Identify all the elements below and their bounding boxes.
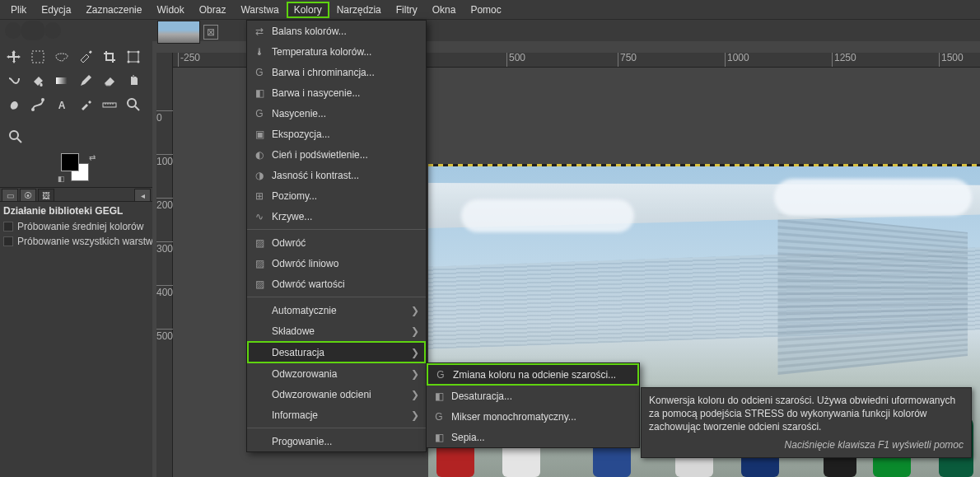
- tooltip-text: Konwersja koloru do odcieni szarości. Uż…: [649, 394, 964, 434]
- menu-item-label: Odwzorowanie odcieni: [272, 389, 371, 400]
- ruler-tick: 500: [156, 329, 173, 342]
- menu-widok[interactable]: Widok: [149, 2, 191, 18]
- menu-item-label: Automatycznie: [272, 305, 337, 316]
- menu-informacje[interactable]: Informacje❯: [247, 405, 426, 425]
- tool-zoom-2[interactable]: [3, 124, 27, 148]
- menu-barwa-nasycenie[interactable]: ◧Barwa i nasycenie...: [247, 82, 426, 103]
- menu-plik[interactable]: Plik: [3, 2, 34, 18]
- chevron-right-icon: ❯: [411, 325, 419, 337]
- menu-cien-podswietlenie[interactable]: ◐Cień i podświetlenie...: [247, 144, 426, 165]
- default-colors-icon[interactable]: ◧: [58, 175, 65, 183]
- menu-odwroc-wartosci[interactable]: ▨Odwróć wartości: [247, 274, 426, 294]
- swap-colors-icon[interactable]: ⇄: [89, 153, 96, 162]
- tool-rect-select[interactable]: [26, 44, 49, 68]
- menu-odwroc-liniowo[interactable]: ▨Odwróć liniowo: [247, 253, 426, 274]
- tool-clone[interactable]: [121, 68, 145, 92]
- tool-transform[interactable]: [121, 44, 145, 68]
- menu-barwa-chrominancja[interactable]: GBarwa i chrominancja...: [247, 62, 426, 82]
- menu-warstwa[interactable]: Warstwa: [233, 2, 286, 18]
- tool-warp[interactable]: [2, 68, 26, 92]
- shadow-icon: ◐: [253, 149, 266, 161]
- wilber-logo-row: [0, 20, 980, 41]
- menu-skladowe[interactable]: Składowe❯: [247, 320, 426, 341]
- menu-item-label: Barwa i nasycenie...: [272, 87, 360, 99]
- tool-crop[interactable]: [97, 44, 121, 68]
- menu-odwroc[interactable]: ▨Odwróć: [247, 232, 426, 253]
- fg-color[interactable]: [61, 153, 79, 171]
- submenu-mikser[interactable]: GMikser monochromatyczny...: [427, 406, 639, 427]
- tool-move[interactable]: [2, 44, 26, 68]
- menu-progowanie[interactable]: Progowanie...: [247, 431, 426, 451]
- dock-tab-image-icon[interactable]: 🖼: [38, 189, 54, 202]
- tool-pencil[interactable]: [73, 68, 97, 92]
- tool-bucket[interactable]: [26, 68, 49, 92]
- menu-odwzorowania[interactable]: Odwzorowania❯: [247, 363, 426, 384]
- menu-ekspozycja[interactable]: ▣Ekspozycja...: [247, 124, 426, 144]
- menu-nasycenie[interactable]: GNasycenie...: [247, 103, 426, 124]
- dock-tab-menu-icon[interactable]: ◂: [134, 189, 151, 202]
- menu-item-label: Poziomy...: [272, 190, 317, 202]
- checkbox-icon[interactable]: [3, 222, 13, 231]
- menu-jasnosc-kontrast[interactable]: ◑Jasność i kontrast...: [247, 165, 426, 185]
- menu-poziomy[interactable]: ⊞Poziomy...: [247, 185, 426, 206]
- menu-narzedzia[interactable]: Narzędzia: [329, 2, 389, 18]
- menu-temperatura[interactable]: 🌡Temperatura kolorów...: [247, 41, 426, 62]
- invert-icon: ▨: [253, 258, 266, 269]
- submenu-sepia[interactable]: ◧Sepia...: [427, 427, 639, 447]
- tool-fuzzy-select[interactable]: [73, 44, 97, 68]
- thermometer-icon: 🌡: [253, 46, 266, 58]
- menu-item-label: Odwzorowania: [272, 368, 337, 380]
- menu-krzywe[interactable]: ∿Krzywe...: [247, 206, 426, 227]
- dock-tab-options-icon[interactable]: ▭: [2, 189, 18, 202]
- desaturacja-submenu: GZmiana koloru na odcienie szarości... ◧…: [426, 362, 640, 448]
- gegl-icon: G: [432, 411, 446, 423]
- tool-free-select[interactable]: [49, 44, 73, 68]
- svg-point-5: [127, 60, 129, 63]
- menu-item-label: Barwa i chrominancja...: [272, 67, 375, 78]
- ruler-tick: -250: [178, 53, 200, 68]
- dock-option-1[interactable]: Próbowanie średniej kolorów: [0, 219, 152, 234]
- menu-filtry[interactable]: Filtry: [389, 2, 425, 18]
- menu-zaznaczenie[interactable]: Zaznaczenie: [78, 2, 149, 18]
- svg-text:A: A: [58, 100, 65, 111]
- exposure-icon: ▣: [253, 129, 266, 140]
- menu-pomoc[interactable]: Pomoc: [463, 2, 508, 18]
- menu-item-label: Nasycenie...: [272, 108, 326, 119]
- svg-point-1: [89, 50, 91, 53]
- tool-measure[interactable]: [97, 92, 121, 116]
- image-tab-close-icon[interactable]: ⊠: [203, 25, 218, 40]
- tool-color-picker[interactable]: [73, 92, 97, 116]
- menu-item-label: Ekspozycja...: [272, 129, 330, 140]
- tool-zoom[interactable]: [121, 92, 145, 116]
- ruler-tick: 100: [156, 154, 173, 167]
- tool-path[interactable]: [26, 92, 49, 116]
- menu-odwzorowanie-odcieni[interactable]: Odwzorowanie odcieni❯: [247, 384, 426, 405]
- svg-point-13: [128, 99, 136, 107]
- checkbox-icon[interactable]: [3, 236, 13, 246]
- image-tab-thumb[interactable]: [157, 21, 200, 44]
- dock-tab-device-icon[interactable]: ⦿: [20, 189, 36, 202]
- tool-smudge[interactable]: [2, 92, 26, 116]
- menu-item-label: Sepia...: [451, 432, 485, 443]
- menu-item-label: Krzywe...: [272, 211, 312, 222]
- menu-okna[interactable]: Okna: [425, 2, 464, 18]
- ruler-tick: 1250: [832, 53, 856, 68]
- tool-eraser[interactable]: [97, 68, 121, 92]
- gegl-icon: G: [253, 67, 266, 78]
- curves-icon: ∿: [253, 211, 266, 222]
- menu-desaturacja[interactable]: Desaturacja❯: [247, 341, 426, 363]
- menu-obraz[interactable]: Obraz: [192, 2, 234, 18]
- color-swatch[interactable]: ⇄ ◧: [58, 153, 96, 183]
- dock-title: Działanie biblioteki GEGL: [0, 202, 152, 219]
- menu-balans-kolorow[interactable]: ⇄Balans kolorów...: [247, 21, 426, 41]
- dock-option-2[interactable]: Próbowanie wszystkich warstw: [0, 234, 152, 249]
- tool-gradient[interactable]: [49, 68, 73, 92]
- menu-kolory[interactable]: Kolory: [287, 2, 329, 18]
- menu-item-label: Odwróć liniowo: [272, 258, 338, 269]
- svg-point-6: [137, 60, 139, 63]
- submenu-desaturacja[interactable]: ◧Desaturacja...: [427, 386, 639, 406]
- tool-text[interactable]: A: [49, 92, 73, 116]
- menu-automatycznie[interactable]: Automatycznie❯: [247, 300, 426, 320]
- submenu-zmiana-koloru[interactable]: GZmiana koloru na odcienie szarości...: [427, 363, 639, 386]
- menu-edycja[interactable]: Edycja: [34, 2, 78, 18]
